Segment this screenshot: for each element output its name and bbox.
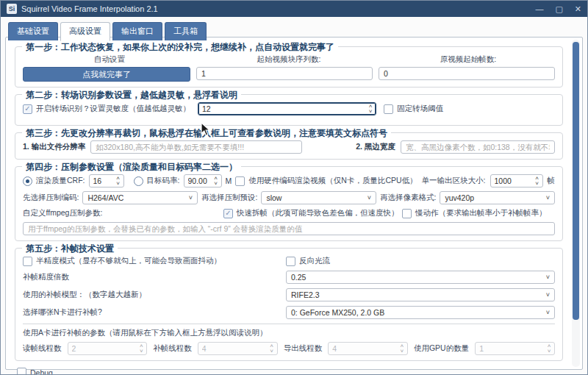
chunk-index-input[interactable] (196, 67, 373, 80)
pixfmt-value: yuv420p (445, 193, 474, 202)
dropdown-arrow-icon: ˅ (368, 194, 371, 201)
spin-down-icon[interactable]: ˅ (116, 181, 120, 186)
checkbox-icon[interactable] (402, 209, 412, 218)
mouse-cursor (201, 122, 211, 137)
fast-extract-checkbox[interactable]: ✓ 快速拆帧（此项可能导致色差色偏，但速度快） (223, 208, 398, 218)
start-frame-input[interactable] (379, 67, 555, 80)
chunk-size-spinner[interactable]: ˄ ˅ (490, 174, 543, 188)
preset-value: slow (266, 193, 282, 202)
scrollbar-thumb[interactable] (573, 42, 579, 320)
spinner-arrows: ˄ ˅ (365, 103, 376, 115)
app-icon: Si (7, 4, 17, 14)
start-frame-header: 原视频起始帧数: (381, 54, 555, 65)
dropdown-arrow-icon: ˅ (546, 309, 550, 316)
reverse-flow-label: 反向光流 (299, 256, 330, 266)
spin-down-icon: ˅ (401, 349, 404, 354)
checkbox-icon[interactable] (384, 104, 393, 114)
scrollbar[interactable] (572, 40, 580, 367)
checkbox-icon[interactable] (235, 176, 245, 186)
reverse-flow-checkbox[interactable]: 反向光流 (286, 256, 555, 266)
chunk-size-input[interactable] (491, 175, 532, 187)
gpu-count-input (476, 343, 544, 354)
step4-title: 第四步：压制参数设置（渲染质量和目标码率二选一） (22, 161, 241, 174)
advanced-settings-page: 第一步：工作状态恢复，如果你上次的没补完，想继续补，点自动设置就完事了 自动设置… (5, 37, 583, 370)
checkbox-icon[interactable] (286, 257, 295, 266)
fixed-threshold-checkbox[interactable]: 固定转场阈值 (384, 104, 443, 114)
crf-spinner[interactable]: ˄ ˅ (89, 174, 124, 188)
crf-input[interactable] (90, 175, 113, 187)
spin-down-icon: ˅ (548, 349, 551, 354)
gpu-value: 0: GeForce MX250, 2.0 GB (291, 308, 384, 317)
maximize-button[interactable]: ▢ (555, 1, 562, 17)
resolution-label: 1. 输出文件分辨率 (23, 142, 85, 152)
chunk-size-unit: 帧 (548, 176, 556, 186)
spinner-arrows: ˄ ˅ (211, 175, 221, 187)
bitrate-radio[interactable] (134, 176, 143, 186)
checkbox-icon[interactable] (17, 368, 26, 375)
precision-select[interactable]: 0.25 ˅ (286, 271, 555, 284)
bitrate-input[interactable] (184, 175, 211, 187)
dropdown-arrow-icon: ˅ (546, 291, 550, 299)
tab-advanced-settings[interactable]: 高级设置 (60, 22, 110, 41)
crf-label: 渲染质量CRF: (36, 176, 85, 186)
app-window: Si Squirrel Video Frame Interpolation 2.… (0, 0, 588, 375)
spin-down-icon: ˅ (140, 349, 143, 354)
spin-down-icon[interactable]: ˅ (214, 181, 218, 186)
window-controls: — ▢ ✕ (535, 1, 581, 17)
auto-setup-button[interactable]: 点我就完事了 (23, 67, 190, 82)
preset-select[interactable]: slow ˅ (261, 191, 376, 204)
check-icon: ✓ (24, 105, 30, 113)
read-threads-spinner: ˄ ˅ (68, 342, 148, 355)
interp-threads-input (198, 343, 267, 354)
dropdown-arrow-icon: ˅ (189, 194, 193, 201)
spin-down-icon[interactable]: ˅ (535, 181, 539, 186)
half-precision-checkbox[interactable]: 半精度模式（显存不够就勾上，可能会导致画面抖动） (23, 256, 280, 266)
transition-sensitivity-input[interactable] (198, 103, 365, 115)
step1-group: 第一步：工作状态恢复，如果你上次的没补完，想继续补，点自动设置就完事了 自动设置… (15, 46, 563, 88)
titlebar[interactable]: Si Squirrel Video Frame Interpolation 2.… (1, 1, 587, 17)
encoder-select[interactable]: H264/AVC ˅ (82, 191, 198, 204)
tab-toolbox[interactable]: 工具箱 (165, 22, 207, 40)
resolution-input[interactable] (90, 140, 302, 154)
enable-transition-checkbox[interactable]: ✓ 开启转场识别？设置灵敏度（值越低越灵敏） (23, 104, 190, 114)
black-border-label: 2. 黑边宽度 (356, 142, 395, 152)
encoder-value: H264/AVC (87, 193, 123, 202)
custom-ffmpeg-label: 自定义ffmpeg压制参数: (23, 208, 220, 218)
step5-title: 第五步：补帧技术设置 (22, 243, 118, 255)
close-button[interactable]: ✕ (575, 1, 581, 17)
checkbox-icon[interactable]: ✓ (23, 104, 32, 114)
gpu-label: 选择哪张N卡进行补帧? (23, 307, 280, 318)
interp-threads-spinner: ˄ ˅ (198, 342, 278, 355)
spin-down-icon[interactable]: ˅ (369, 109, 373, 114)
model-value: RIFE2.3 (291, 290, 320, 299)
bitrate-spinner[interactable]: ˄ ˅ (184, 174, 222, 188)
export-threads-spinner: ˄ ˅ (328, 342, 408, 355)
ffmpeg-args-input[interactable] (23, 222, 555, 235)
pixfmt-select[interactable]: yuv420p ˅ (440, 191, 555, 204)
gpu-select[interactable]: 0: GeForce MX250, 2.0 GB ˅ (286, 306, 555, 319)
transition-sensitivity-spinner[interactable]: ˄ ˅ (198, 102, 376, 115)
minimize-button[interactable]: — (535, 1, 543, 17)
step2-title: 第二步：转场识别参数设置，越低越灵敏，悬浮看说明 (22, 89, 241, 101)
slowmo-checkbox[interactable]: 慢动作（要求输出帧率小于补帧帧率） (402, 208, 555, 218)
debug-checkbox[interactable]: Debug (17, 368, 563, 375)
model-select[interactable]: RIFE2.3 ˅ (286, 288, 555, 301)
crf-radio[interactable] (23, 176, 32, 186)
step1-title: 第一步：工作状态恢复，如果你上次的没补完，想继续补，点自动设置就完事了 (22, 41, 338, 54)
black-border-input[interactable] (401, 140, 555, 154)
divider (23, 324, 555, 324)
precision-value: 0.25 (291, 273, 306, 282)
export-threads-input (329, 343, 397, 354)
step4-group: 第四步：压制参数设置（渲染质量和目标码率二选一） 渲染质量CRF: ˄ ˅ 目标… (15, 166, 563, 241)
fast-extract-label: 快速拆帧（此项可能导致色差色偏，但速度快） (237, 208, 399, 218)
tab-output-window[interactable]: 输出窗口 (112, 22, 162, 40)
checkbox-icon[interactable]: ✓ (223, 209, 233, 218)
tab-basic-settings[interactable]: 基础设置 (8, 22, 58, 40)
interp-threads-label: 补帧线程数 (153, 343, 192, 354)
checkbox-icon[interactable] (23, 257, 32, 266)
auto-setting-header: 自动设置 (23, 54, 196, 65)
spinner-arrows: ˄ ˅ (267, 343, 277, 354)
enable-transition-label: 开启转场识别？设置灵敏度（值越低越灵敏） (36, 104, 190, 114)
hw-encode-checkbox[interactable]: 使用硬件编码渲染视频（仅N卡，质量比CPU低） (235, 176, 417, 186)
debug-label: Debug (30, 368, 53, 375)
